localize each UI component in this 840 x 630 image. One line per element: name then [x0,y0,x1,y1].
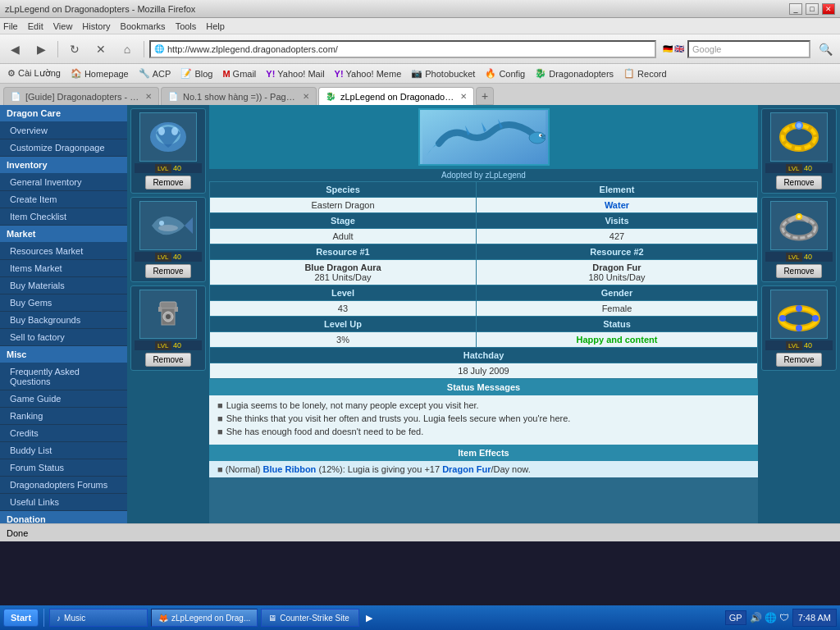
status-messages-header: Status Messages [209,379,758,395]
remove-button-1[interactable]: Remove [145,176,190,189]
sidebar-item-sell-factory[interactable]: Sell to factory [0,329,127,346]
address-bar[interactable]: 🌐 http://www.zlplegend.dragonadopters.co… [149,40,656,58]
tabs-bar: 📄 [Guide] Dragonadopters - Page 2 ✕ 📄 No… [0,84,840,105]
sidebar-item-forums[interactable]: Dragonadopters Forums [0,477,127,494]
close-button[interactable]: ✕ [822,3,835,15]
taskbar-firefox[interactable]: 🦊 zLpLegend on Drag... [151,609,258,627]
bookmark-label: Homepage [84,69,129,79]
home-button[interactable]: ⌂ [116,39,139,60]
bookmark-yahoo-mail[interactable]: Y! Yahoo! Mail [262,68,328,80]
remove-button-right-3[interactable]: Remove [776,353,821,367]
bookmark-photobucket[interactable]: 📷 Photobucket [407,67,479,80]
sidebar-item-resources-market[interactable]: Resources Market [0,243,127,260]
bullet-icon-3: ■ [217,427,223,436]
bookmark-yahoo-meme[interactable]: Y! Yahoo! Meme [331,68,406,80]
tab-close-zlp[interactable]: ✕ [460,92,467,101]
browser-title: zLpLegend on Dragonadopters - Mozilla Fi… [5,4,789,14]
sidebar-item-overview[interactable]: Overview [0,122,127,139]
new-tab-button[interactable]: + [476,87,494,105]
sidebar-item-forum-status[interactable]: Forum Status [0,459,127,477]
sidebar-item-buddy-list[interactable]: Buddy List [0,442,127,459]
search-bar[interactable]: Google [687,40,810,58]
item-effects-panel: ■ (Normal) Blue Ribbon (12%): Lugia is g… [209,461,758,477]
taskbar-cs[interactable]: 🖥 Counter-Strike Site [261,609,359,627]
tab-close-guide[interactable]: ✕ [145,92,152,101]
cs-icon: 🖥 [268,614,276,623]
sidebar-section-dragoncare: Dragon Care [0,105,127,122]
menu-view[interactable]: View [53,21,73,31]
tab-zlplegend[interactable]: 🐉 zLpLegend on Dragonadopters ✕ [318,87,474,105]
level-header: Level [210,285,477,301]
menu-bar: File Edit View History Bookmarks Tools H… [0,18,840,34]
reload-button[interactable]: ↻ [63,39,86,60]
item-level-bar-2: LVL 40 [135,252,202,262]
tab-close-no1[interactable]: ✕ [303,92,309,101]
taskbar: Start ♪ Music 🦊 zLpLegend on Drag... 🖥 C… [0,605,840,630]
item-effects-header: Item Effects [209,445,758,461]
maximize-button[interactable]: □ [806,3,819,15]
bookmark-config[interactable]: 🔥 Config [481,67,529,80]
minimize-button[interactable]: _ [789,3,802,15]
bookmark-gmail[interactable]: M Gmail [218,68,260,80]
sidebar-item-items-market[interactable]: Items Market [0,260,127,277]
sidebar-item-customize[interactable]: Customize Dragonpage [0,139,127,157]
sidebar-item-buy-backgrounds[interactable]: Buy Backgrounds [0,312,127,329]
tab-no1[interactable]: 📄 No.1 show hàng =)) - Page 4 ✕ [161,87,317,105]
bookmark-cai-luong[interactable]: ⚙ Cài Lường [3,67,65,80]
status-msg-text-3: She has enough food and doesn't need to … [226,427,424,436]
remove-button-right-2[interactable]: Remove [776,264,821,278]
dragon-stats-table: Species Element Eastern Dragon Water Sta… [209,181,758,379]
bookmark-dragonadopters[interactable]: 🐉 Dragonadopters [531,67,618,80]
bookmark-label: Config [499,69,525,79]
menu-history[interactable]: History [82,21,110,31]
item-level-bar-1: LVL 40 [135,163,202,173]
bookmark-record[interactable]: 📋 Record [619,67,670,80]
item-image-3 [139,290,197,339]
svg-rect-6 [160,302,176,308]
menu-bookmarks[interactable]: Bookmarks [121,21,166,31]
right-item-level-bar-1: LVL 40 [765,163,833,173]
sidebar-item-item-checklist[interactable]: Item Checklist [0,208,127,226]
sidebar-item-game-guide[interactable]: Game Guide [0,390,127,408]
right-item-level-bar-3: LVL 40 [765,340,833,350]
sidebar-item-create-item[interactable]: Create Item [0,191,127,208]
remove-button-right-1[interactable]: Remove [776,176,821,189]
menu-help[interactable]: Help [206,21,225,31]
menu-tools[interactable]: Tools [176,21,197,31]
menu-file[interactable]: File [3,21,18,31]
sidebar-item-useful-links[interactable]: Useful Links [0,494,127,511]
sidebar-item-ranking[interactable]: Ranking [0,408,127,425]
status-msg-3: ■ She has enough food and doesn't need t… [217,427,750,436]
back-button[interactable]: ◀ [3,39,26,60]
stop-button[interactable]: ✕ [89,39,112,60]
bookmark-blog[interactable]: 📝 Blog [176,67,217,80]
sidebar-item-buy-materials[interactable]: Buy Materials [0,277,127,294]
gender-value: Female [476,301,757,317]
remove-button-3[interactable]: Remove [145,353,190,367]
bookmark-acp[interactable]: 🔧 ACP [135,67,176,80]
search-go-button[interactable]: 🔍 [814,39,837,60]
svg-point-29 [796,325,802,331]
bullet-icon-2: ■ [217,413,223,423]
firefox-icon: 🦊 [158,614,168,623]
left-item-2: LVL 40 Remove [130,197,206,282]
sidebar-item-credits[interactable]: Credits [0,425,127,442]
bookmark-label: ACP [153,69,171,79]
taskbar-music[interactable]: ♪ Music [49,609,148,627]
species-value: Eastern Dragon [210,198,477,213]
start-button[interactable]: Start [3,609,39,627]
remove-button-2[interactable]: Remove [145,264,190,278]
bookmarks-bar: ⚙ Cài Lường 🏠 Homepage 🔧 ACP 📝 Blog M Gm… [0,64,840,84]
svg-point-3 [171,127,178,135]
menu-edit[interactable]: Edit [28,21,43,31]
levelup-value: 3% [210,332,477,348]
tab-guide[interactable]: 📄 [Guide] Dragonadopters - Page 2 ✕ [3,87,159,105]
sidebar-item-faq[interactable]: Frequently Asked Questions [0,363,127,390]
bookmark-homepage[interactable]: 🏠 Homepage [66,67,133,80]
svg-rect-11 [175,307,178,312]
sidebar-item-buy-gems[interactable]: Buy Gems [0,294,127,312]
forward-button[interactable]: ▶ [30,39,52,60]
sidebar-item-general-inventory[interactable]: General Inventory [0,174,127,191]
item-level-bar-3: LVL 40 [135,340,202,350]
bookmark-label: Record [637,69,666,79]
